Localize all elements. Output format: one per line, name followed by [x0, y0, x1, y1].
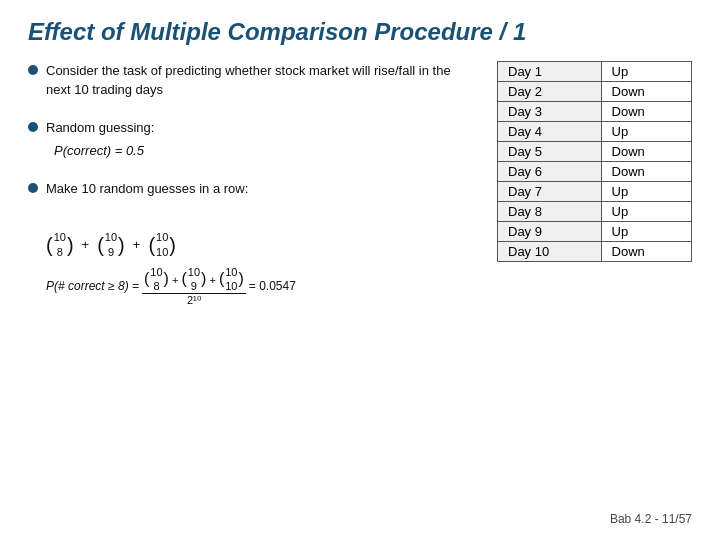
main-fraction: ( 10 8 ) + ( 10 [142, 265, 246, 308]
bullet-dot-3 [28, 183, 38, 193]
day-cell: Day 4 [498, 121, 602, 141]
table-row: Day 7Up [498, 181, 692, 201]
day-cell: Day 9 [498, 221, 602, 241]
table-row: Day 2Down [498, 81, 692, 101]
formula-label: P(# correct ≥ 8) = [46, 279, 139, 293]
formula-result: = 0.0547 [249, 279, 296, 293]
plus-1: + [82, 237, 90, 252]
binom-10-8: ( 10 8 ) [46, 230, 74, 259]
slide: Effect of Multiple Comparison Procedure … [0, 0, 720, 540]
table-row: Day 6Down [498, 161, 692, 181]
table-row: Day 8Up [498, 201, 692, 221]
binomial-expression: ( 10 8 ) + ( 10 9 [46, 230, 477, 259]
p-formula: P(# correct ≥ 8) = ( 10 8 ) [46, 265, 477, 308]
bullet-dot-2 [28, 122, 38, 132]
table-row: Day 4Up [498, 121, 692, 141]
day-cell: Day 1 [498, 61, 602, 81]
day-cell: Day 7 [498, 181, 602, 201]
right-panel: Day 1UpDay 2DownDay 3DownDay 4UpDay 5Dow… [497, 61, 692, 504]
page-title: Effect of Multiple Comparison Procedure … [28, 18, 692, 47]
fraction-denominator: 2¹⁰ [185, 294, 203, 307]
day-cell: Day 2 [498, 81, 602, 101]
table-row: Day 3Down [498, 101, 692, 121]
result-cell: Up [601, 181, 691, 201]
bullet-text-2: Random guessing: P(correct) = 0.5 [46, 118, 154, 161]
bullet-item-2: Random guessing: P(correct) = 0.5 [28, 118, 477, 161]
binom-10-10: ( 10 10 ) [148, 230, 176, 259]
table-row: Day 5Down [498, 141, 692, 161]
day-cell: Day 8 [498, 201, 602, 221]
result-cell: Down [601, 141, 691, 161]
result-cell: Down [601, 161, 691, 181]
result-cell: Down [601, 81, 691, 101]
formula-main: ( 10 8 ) + ( 10 9 [46, 226, 477, 307]
left-panel: Consider the task of predicting whether … [28, 61, 477, 504]
bullet-dot-1 [28, 65, 38, 75]
bullet-item-3: Make 10 random guesses in a row: [28, 179, 477, 199]
day-cell: Day 5 [498, 141, 602, 161]
table-row: Day 9Up [498, 221, 692, 241]
day-cell: Day 6 [498, 161, 602, 181]
footer: Bab 4.2 - 11/57 [28, 512, 692, 526]
result-cell: Up [601, 201, 691, 221]
binom-10-9: ( 10 9 ) [97, 230, 125, 259]
table-row: Day 1Up [498, 61, 692, 81]
result-cell: Down [601, 241, 691, 261]
content-area: Consider the task of predicting whether … [28, 61, 692, 504]
result-cell: Up [601, 61, 691, 81]
stock-table: Day 1UpDay 2DownDay 3DownDay 4UpDay 5Dow… [497, 61, 692, 262]
formula-correct: P(correct) = 0.5 [54, 141, 154, 161]
result-cell: Up [601, 121, 691, 141]
result-cell: Down [601, 101, 691, 121]
fraction-numerator: ( 10 8 ) + ( 10 [142, 265, 246, 295]
table-row: Day 10Down [498, 241, 692, 261]
bullet-text-1: Consider the task of predicting whether … [46, 61, 477, 100]
bullet-item-1: Consider the task of predicting whether … [28, 61, 477, 100]
day-cell: Day 3 [498, 101, 602, 121]
plus-2: + [133, 237, 141, 252]
bullet-text-3: Make 10 random guesses in a row: [46, 179, 248, 199]
day-cell: Day 10 [498, 241, 602, 261]
result-cell: Up [601, 221, 691, 241]
